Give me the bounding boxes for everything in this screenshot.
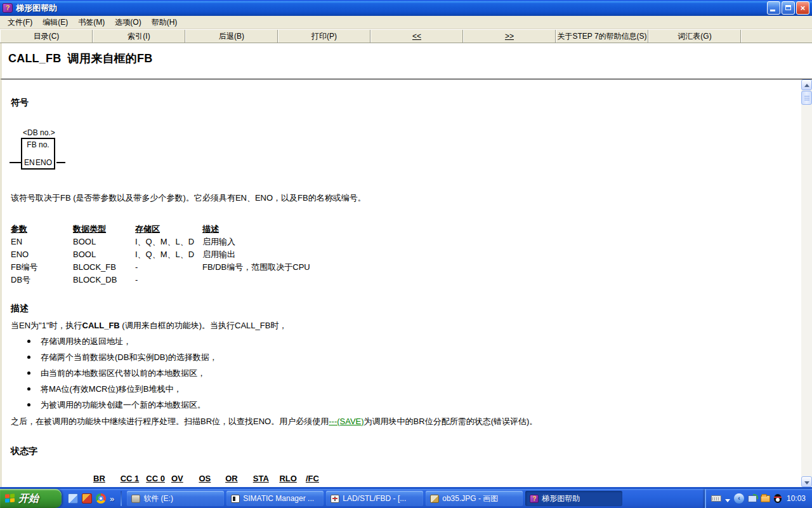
index-button[interactable]: 索引(I): [93, 30, 185, 43]
diagram-rail-right: [56, 162, 65, 163]
show-desktop-icon[interactable]: [68, 493, 78, 504]
task-label: ob35.JPG - 画图: [442, 493, 498, 504]
diagram-db-label: <DB no.>: [23, 128, 55, 137]
task-simatic-manager[interactable]: SIMATIC Manager ...: [226, 491, 324, 506]
next-topic-button[interactable]: >>: [463, 30, 556, 43]
table-cell: BLOCK_FB: [73, 261, 135, 274]
folder-tray-icon[interactable]: [761, 495, 770, 502]
prev-topic-button[interactable]: <<: [370, 30, 463, 43]
menu-help[interactable]: 帮助(H): [147, 16, 183, 29]
start-button[interactable]: 开始: [0, 489, 62, 508]
taskbar: 开始 » 软件 (E:) SIMATIC Manager ... LAD/STL…: [0, 489, 812, 508]
status-col-br: BR: [93, 474, 118, 483]
about-step7-help-button[interactable]: 关于STEP 7的帮助信息(S): [556, 30, 648, 43]
table-cell: BOOL: [73, 248, 135, 261]
list-item: 将MA位(有效MCR位)移位到B堆栈中，: [27, 384, 181, 395]
table-cell: FB编号: [11, 261, 73, 274]
col-header-param: 参数: [11, 223, 73, 236]
clock: 10:03: [785, 494, 806, 503]
close-button[interactable]: ×: [796, 1, 809, 15]
quicklaunch-overflow-chevron[interactable]: »: [110, 494, 114, 504]
status-col-fc: /FC: [306, 474, 319, 483]
after-pre: 之后，在被调用的功能块中继续进行程序处理。扫描BR位，以查找ENO。用户必须使用: [11, 417, 329, 426]
help-content: 符号 <DB no.> FB no. EN ENO 该符号取决于FB (是否带参…: [0, 79, 812, 487]
list-item: 由当前的本地数据区代替以前的本地数据区，: [27, 368, 206, 379]
task-buttons: 软件 (E:) SIMATIC Manager ... LAD/STL/FBD …: [124, 491, 622, 506]
fb-block-diagram: FB no. EN ENO: [21, 138, 55, 170]
task-paint-ob35[interactable]: ob35.JPG - 画图: [426, 491, 523, 506]
network-status-icon[interactable]: [748, 495, 757, 502]
print-button[interactable]: 打印(P): [278, 30, 370, 43]
after-post: 为调用块中的BR位分配所需的状态(错误评估)。: [364, 417, 538, 426]
hide-icons-button[interactable]: ‹: [734, 493, 744, 504]
col-header-description: 描述: [202, 223, 310, 236]
bullet-text: 将MA位(有效MCR位)移位到B堆栈中，: [41, 384, 181, 394]
article-header: CALL_FB 调用来自框的FB: [0, 43, 812, 79]
window-title: 梯形图帮助: [16, 3, 764, 14]
bullet-icon: [27, 387, 30, 391]
contents-button[interactable]: 目录(C): [0, 30, 93, 43]
table-cell: I、Q、M、L、D: [135, 236, 202, 248]
bullet-icon: [27, 403, 30, 406]
bullet-icon: [27, 340, 30, 343]
help-book-icon: ?: [530, 495, 539, 503]
back-button[interactable]: 后退(B): [185, 30, 278, 43]
menu-file[interactable]: 文件(F): [3, 16, 37, 29]
symbol-paragraph: 该符号取决于FB (是否带参数以及带多少个参数)。它必须具有EN、ENO，以及F…: [11, 192, 366, 204]
status-word-header-row: BR CC 1 CC 0 OV OS OR STA RLO /FC: [93, 474, 319, 483]
start-label: 开始: [18, 492, 39, 505]
after-paragraph: 之后，在被调用的功能块中继续进行程序处理。扫描BR位，以查找ENO。用户必须使用…: [11, 416, 537, 427]
diagram-rail-left: [10, 162, 21, 163]
list-item: 存储调用块的返回地址，: [27, 336, 131, 347]
diagram-eno-label: ENO: [36, 158, 52, 167]
table-cell: 启用输入: [202, 236, 310, 248]
media-app-icon[interactable]: [82, 493, 92, 504]
input-method-keyboard-icon[interactable]: [711, 495, 721, 502]
page-title: CALL_FB 调用来自框的FB: [8, 51, 806, 66]
tray-collapse-chevron-icon[interactable]: [725, 499, 730, 502]
col-header-datatype: 数据类型: [73, 223, 135, 236]
menu-options[interactable]: 选项(O): [110, 16, 146, 29]
status-col-cc0: CC 0: [146, 474, 169, 483]
status-col-rlo: RLO: [279, 474, 303, 483]
task-label: 梯形图帮助: [542, 493, 580, 504]
vertical-scrollbar[interactable]: [801, 79, 812, 487]
scrollbar-thumb[interactable]: [801, 91, 812, 105]
desc-intro-post: (调用来自框的功能块)。当执行CALL_FB时，: [120, 321, 287, 330]
qq-messenger-icon[interactable]: [774, 494, 782, 503]
desc-intro-pre: 当EN为"1"时，执行: [11, 321, 82, 330]
bullet-icon: [27, 371, 30, 375]
parameter-table: 参数 数据类型 存储区 描述 EN BOOL I、Q、M、L、D 启用输入 EN…: [11, 223, 310, 286]
status-word-heading: 状态字: [11, 446, 37, 457]
quick-launch-bar: »: [62, 493, 118, 504]
status-col-os: OS: [199, 474, 223, 483]
desc-intro-bold: CALL_FB: [82, 321, 120, 330]
save-link[interactable]: ---(SAVE): [329, 417, 363, 426]
bullet-text: 存储两个当前数据块(DB和实例DB)的选择数据，: [41, 352, 218, 362]
list-item: 存储两个当前数据块(DB和实例DB)的选择数据，: [27, 352, 218, 363]
task-lad-stl-fbd[interactable]: LAD/STL/FBD - [...: [326, 491, 423, 506]
restore-icon: [785, 5, 791, 10]
scroll-up-button[interactable]: [801, 79, 812, 90]
menu-bar: 文件(F) 编辑(E) 书签(M) 选项(O) 帮助(H): [0, 16, 812, 29]
chevron-up-icon: [804, 84, 809, 87]
menu-bookmark[interactable]: 书签(M): [73, 16, 110, 29]
task-software-drive[interactable]: 软件 (E:): [127, 491, 224, 506]
task-label: 软件 (E:): [143, 493, 173, 504]
bullet-text: 由当前的本地数据区代替以前的本地数据区，: [41, 368, 206, 378]
chrome-icon[interactable]: [96, 493, 106, 504]
table-cell: ENO: [11, 248, 73, 261]
minimize-icon: [770, 10, 775, 11]
task-ladder-help[interactable]: ? 梯形图帮助: [525, 491, 622, 506]
table-cell: BOOL: [73, 236, 135, 248]
task-label: LAD/STL/FBD - [...: [343, 494, 406, 503]
title-bar: ? 梯形图帮助 ×: [0, 0, 812, 16]
scroll-down-button[interactable]: [801, 476, 812, 487]
table-cell: 启用输出: [202, 248, 310, 261]
taskbar-divider: [121, 491, 122, 506]
menu-edit[interactable]: 编辑(E): [37, 16, 73, 29]
glossary-button[interactable]: 词汇表(G): [648, 30, 741, 43]
restore-button[interactable]: [782, 1, 795, 15]
status-col-cc1: CC 1: [121, 474, 144, 483]
minimize-button[interactable]: [767, 1, 780, 15]
